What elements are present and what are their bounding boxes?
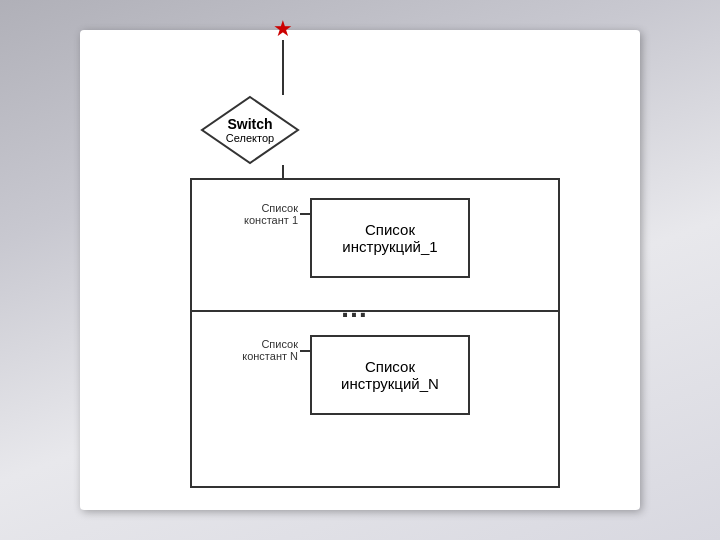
switch-subtitle: Селектор — [226, 132, 274, 144]
switch-title: Switch — [226, 116, 274, 132]
label-const-1: Список констант 1 — [198, 202, 298, 226]
switch-diamond: Switch Селектор — [200, 95, 300, 165]
divider-line — [190, 310, 560, 312]
boxN-text: Список инструкций_N — [341, 358, 439, 392]
inner-box-n: Список инструкций_N — [310, 335, 470, 415]
slide-area: ★ Switch Селектор Список констант 1 Спис… — [80, 30, 640, 510]
ellipsis: … — [340, 292, 372, 324]
line-star-diamond — [282, 40, 284, 95]
inner-box-1: Список инструкций_1 — [310, 198, 470, 278]
label-const-n: Список констант N — [198, 338, 298, 362]
line-diamond-rect — [282, 165, 284, 179]
box1-text: Список инструкций_1 — [342, 221, 437, 255]
red-star-icon: ★ — [273, 18, 293, 40]
